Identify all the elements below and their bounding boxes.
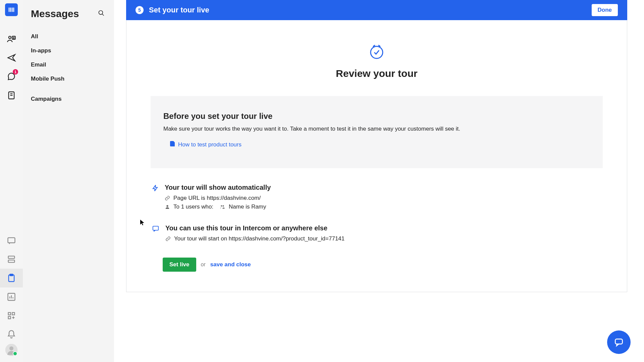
icon-rail: 1 — [0, 0, 23, 362]
svg-line-29 — [102, 14, 104, 16]
use-tour-content: You can use this tour in Intercom or any… — [165, 224, 603, 244]
info-card: Before you set your tour live Make sure … — [151, 96, 603, 168]
svg-rect-13 — [8, 256, 15, 259]
test-tours-link-label: How to test product tours — [178, 141, 241, 148]
content-box: Review your tour Before you set your tou… — [126, 20, 627, 292]
auto-show-title: Your tour will show automatically — [165, 184, 603, 191]
main-content: 5 Set your tour live Done Review your to… — [114, 0, 644, 362]
app-logo[interactable] — [5, 3, 18, 16]
nav-chat-icon[interactable]: 1 — [0, 67, 23, 86]
svg-rect-11 — [8, 238, 15, 243]
review-title: Review your tour — [151, 68, 603, 79]
action-row: Set live or save and close — [151, 258, 603, 272]
sidebar-item-mobilepush[interactable]: Mobile Push — [31, 72, 114, 86]
svg-point-31 — [166, 205, 168, 207]
info-card-text: Make sure your tour works the way you wa… — [163, 126, 590, 132]
auto-show-content: Your tour will show automatically Page U… — [165, 184, 603, 212]
svg-rect-21 — [8, 313, 11, 315]
svg-rect-34 — [153, 226, 159, 230]
to-users-text: To 1 users who: — [173, 203, 213, 210]
svg-rect-22 — [12, 313, 14, 315]
nav-apps-icon[interactable] — [0, 306, 23, 325]
use-tour-title: You can use this tour in Intercom or any… — [165, 224, 603, 232]
page-url-text: Page URL is https://dashvine.com/ — [173, 195, 261, 201]
sidebar-title: Messages — [31, 8, 79, 19]
step-number: 5 — [136, 6, 144, 14]
clock-check-icon — [369, 44, 385, 60]
sidebar-header: Messages — [31, 8, 114, 19]
link-icon — [165, 236, 171, 241]
svg-point-32 — [221, 205, 222, 207]
nav-send-icon[interactable] — [0, 48, 23, 67]
nav-stack-icon[interactable] — [0, 250, 23, 269]
info-card-title: Before you set your tour live — [163, 111, 590, 121]
svg-rect-0 — [9, 8, 10, 12]
users-icon — [219, 204, 225, 210]
set-live-button[interactable]: Set live — [163, 258, 196, 272]
user-icon — [165, 204, 170, 210]
sidebar-item-inapps[interactable]: In-apps — [31, 44, 114, 58]
or-text: or — [201, 262, 206, 268]
svg-point-4 — [9, 36, 11, 39]
book-icon — [170, 141, 175, 148]
done-button[interactable]: Done — [592, 4, 618, 16]
page-url-line: Page URL is https://dashvine.com/ — [165, 195, 603, 201]
chat-outline-icon — [152, 225, 159, 244]
nav-chart-icon[interactable] — [0, 287, 23, 306]
svg-point-30 — [371, 46, 383, 58]
step-banner: 5 Set your tour live Done — [126, 0, 627, 20]
svg-rect-2 — [12, 8, 13, 12]
auto-show-block: Your tour will show automatically Page U… — [151, 184, 603, 212]
nav-users-icon[interactable] — [0, 30, 23, 48]
nav-clipboard-icon[interactable] — [0, 269, 23, 287]
sidebar: Messages All In-apps Email Mobile Push C… — [23, 0, 114, 362]
svg-rect-16 — [10, 274, 13, 276]
sidebar-item-all[interactable]: All — [31, 30, 114, 44]
svg-rect-14 — [8, 260, 15, 262]
chat-fab[interactable] — [607, 330, 631, 354]
svg-rect-1 — [10, 8, 11, 12]
sidebar-item-campaigns[interactable]: Campaigns — [31, 92, 114, 106]
svg-rect-23 — [8, 316, 11, 319]
user-avatar[interactable] — [5, 344, 17, 356]
sidebar-item-email[interactable]: Email — [31, 58, 114, 72]
review-hero: Review your tour — [151, 44, 603, 79]
search-icon[interactable] — [98, 10, 105, 18]
svg-point-28 — [99, 11, 103, 15]
test-tours-link[interactable]: How to test product tours — [170, 141, 241, 148]
nav-bell-icon[interactable] — [0, 325, 23, 344]
use-tour-block: You can use this tour in Intercom or any… — [151, 224, 603, 244]
banner-left: 5 Set your tour live — [136, 6, 209, 14]
nav-message-outline-icon[interactable] — [0, 231, 23, 250]
name-rule-text: Name is Ramy — [229, 203, 266, 210]
start-url-line: Your tour will start on https://dashvine… — [165, 235, 603, 242]
users-line: To 1 users who: Name is Ramy — [165, 203, 603, 210]
banner-title: Set your tour live — [149, 6, 209, 14]
svg-point-27 — [9, 347, 13, 351]
svg-rect-35 — [615, 339, 622, 344]
lightning-icon — [152, 184, 159, 212]
svg-point-33 — [223, 205, 224, 207]
link-icon — [165, 195, 170, 201]
chat-badge: 1 — [13, 69, 18, 75]
save-close-link[interactable]: save and close — [210, 261, 251, 268]
nav-doc-icon[interactable] — [0, 86, 23, 105]
svg-rect-3 — [13, 8, 14, 12]
start-url-text: Your tour will start on https://dashvine… — [174, 235, 344, 242]
